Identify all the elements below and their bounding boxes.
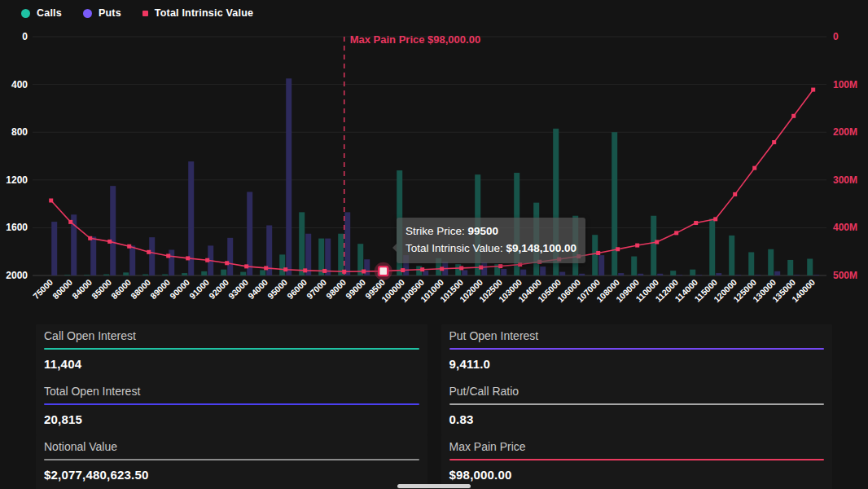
line-marker — [655, 240, 659, 244]
puts-legend-dot-icon — [83, 9, 92, 18]
calls-bar — [612, 132, 617, 275]
legend-item-total-intrinsic-value[interactable]: Total Intrinsic Value — [142, 7, 253, 19]
calls-bar — [729, 236, 734, 275]
stat-accent-bar — [44, 459, 419, 460]
line-marker — [244, 264, 248, 268]
line-marker — [752, 166, 756, 170]
chart-canvas[interactable]: 2000500M1600400M1200300M800200M400100M00… — [0, 0, 868, 319]
stat-accent-bar — [44, 348, 419, 350]
stat-value: 0.83 — [449, 412, 825, 426]
line-marker — [459, 266, 463, 270]
x-axis-tick: 94000 — [246, 277, 270, 301]
puts-bar — [677, 275, 682, 275]
horizontal-scrollbar-thumb[interactable] — [397, 484, 471, 488]
puts-bar — [794, 275, 800, 275]
left-axis-tick: 1200 — [6, 174, 28, 186]
x-axis-labels: 7500080000840008500086000880008900090000… — [31, 277, 817, 304]
x-axis-tick: 93000 — [226, 277, 250, 301]
right-axis-tick: 200M — [833, 126, 857, 138]
line-marker — [498, 264, 502, 268]
left-axis-tick: 0 — [22, 31, 28, 42]
line-marker — [342, 270, 346, 274]
line-marker — [107, 240, 112, 244]
calls-bar — [123, 272, 129, 275]
x-axis-tick: 80000 — [50, 277, 74, 301]
line-marker — [596, 251, 600, 255]
max-pain-chart[interactable]: Calls Puts Total Intrinsic Value 2000500… — [0, 0, 868, 319]
line-marker — [713, 217, 717, 221]
stat-label: Call Open Interest — [44, 329, 419, 342]
calls-legend-dot-icon — [21, 9, 30, 18]
tooltip-strike-row: Strike Price: 99500 — [406, 223, 576, 240]
puts-bar — [227, 238, 233, 275]
legend-item-puts[interactable]: Puts — [83, 7, 121, 19]
x-axis-tick: 92000 — [207, 277, 230, 301]
line-marker — [264, 266, 268, 270]
calls-bar — [103, 275, 109, 275]
stat-accent-bar — [449, 348, 825, 350]
legend-item-calls[interactable]: Calls — [21, 7, 62, 19]
x-axis-tick: 95000 — [265, 277, 289, 301]
calls-bar — [162, 275, 168, 275]
calls-bar — [631, 257, 637, 275]
stat-value: 9,411.0 — [449, 357, 825, 371]
stat-call-open-interest: Call Open Interest 11,404 — [36, 324, 427, 380]
calls-bar — [64, 275, 70, 275]
x-axis-tick: 85000 — [90, 277, 113, 301]
puts-bar — [51, 222, 57, 275]
stat-value: 20,815 — [44, 412, 419, 426]
line-marker — [635, 244, 639, 248]
puts-bar — [755, 275, 761, 275]
line-marker — [674, 231, 678, 235]
line-marker — [440, 267, 444, 271]
line-marker — [401, 268, 405, 272]
calls-bar — [690, 270, 695, 275]
puts-bar — [579, 274, 585, 275]
calls-bar — [670, 271, 676, 275]
calls-bar — [240, 272, 246, 275]
x-axis-tick: 86000 — [109, 277, 133, 301]
calls-bar — [787, 260, 793, 275]
puts-bar — [501, 269, 506, 275]
line-marker — [362, 270, 366, 274]
x-axis-tick: 90000 — [168, 277, 191, 301]
puts-bar — [149, 237, 155, 275]
calls-bar — [709, 218, 715, 275]
legend-label-puts: Puts — [99, 7, 121, 19]
line-marker — [147, 250, 151, 254]
puts-bar — [540, 267, 546, 275]
line-marker — [791, 114, 796, 118]
calls-bar — [182, 273, 187, 275]
puts-bar — [735, 275, 741, 275]
x-axis-tick: 89000 — [148, 277, 172, 301]
line-marker — [49, 198, 53, 202]
puts-bar — [344, 212, 350, 275]
calls-bar — [221, 270, 226, 275]
line-marker — [88, 236, 92, 240]
right-axis-tick: 0 — [833, 31, 839, 42]
x-axis-tick: 98000 — [324, 277, 348, 301]
puts-bar — [774, 271, 780, 275]
stat-value: $98,000.00 — [449, 468, 825, 482]
calls-bar — [279, 254, 285, 275]
x-axis-tick: 96000 — [285, 277, 309, 301]
calls-bar — [807, 258, 813, 275]
puts-bar — [110, 186, 116, 275]
line-marker — [694, 221, 698, 225]
stats-panel: Call Open Interest 11,404 Put Open Inter… — [0, 319, 868, 489]
x-axis-tick: 99000 — [344, 277, 367, 301]
calls-bar — [142, 275, 148, 275]
puts-bar — [559, 272, 565, 275]
line-marker — [166, 253, 170, 258]
line-marker — [479, 266, 483, 270]
x-axis-tick: 91000 — [187, 277, 211, 301]
stat-label: Put/Call Ratio — [449, 385, 825, 398]
stat-value: 11,404 — [44, 357, 419, 371]
stat-max-pain-price: Max Pain Price $98,000.00 — [441, 435, 833, 489]
line-marker — [616, 247, 620, 251]
right-axis-tick: 400M — [833, 222, 857, 233]
x-axis-tick: 75000 — [31, 277, 55, 301]
calls-bar — [768, 249, 774, 275]
line-marker — [772, 140, 776, 144]
legend-label-total-intrinsic-value: Total Intrinsic Value — [155, 7, 253, 19]
